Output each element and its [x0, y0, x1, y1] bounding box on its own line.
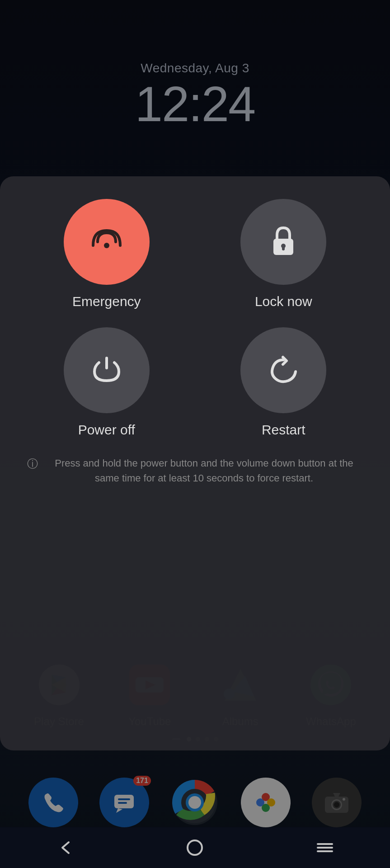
nav-home-button[interactable] — [177, 830, 213, 866]
info-section: ⓘ Press and hold the power button and th… — [18, 456, 372, 486]
svg-rect-41 — [317, 850, 333, 852]
lock-icon — [270, 226, 297, 258]
restart-icon — [268, 354, 299, 386]
lock-label: Lock now — [255, 294, 312, 309]
emergency-button[interactable] — [64, 199, 150, 285]
poweroff-label: Power off — [78, 422, 135, 438]
svg-rect-39 — [317, 843, 333, 845]
power-buttons-top-row: Emergency Lock now — [18, 199, 372, 309]
restart-button[interactable] — [240, 327, 326, 413]
nav-back-button[interactable] — [47, 830, 83, 866]
svg-rect-3 — [282, 246, 285, 250]
emergency-container: Emergency — [64, 199, 150, 309]
poweroff-container: Power off — [64, 327, 150, 438]
svg-rect-40 — [317, 847, 333, 849]
power-menu: Emergency Lock now — [0, 176, 390, 750]
emergency-label: Emergency — [72, 294, 141, 309]
poweroff-icon — [91, 354, 122, 386]
svg-point-38 — [188, 840, 202, 855]
emergency-icon — [89, 228, 125, 255]
info-text: Press and hold the power button and the … — [45, 456, 363, 486]
lock-button[interactable] — [240, 199, 326, 285]
restart-container: Restart — [240, 327, 326, 438]
power-buttons-bottom-row: Power off Restart — [18, 327, 372, 438]
poweroff-button[interactable] — [64, 327, 150, 413]
nav-bar — [0, 827, 390, 868]
info-icon: ⓘ — [27, 457, 38, 471]
lock-container: Lock now — [240, 199, 326, 309]
restart-label: Restart — [262, 422, 305, 438]
nav-menu-button[interactable] — [307, 830, 343, 866]
svg-point-0 — [104, 243, 109, 248]
